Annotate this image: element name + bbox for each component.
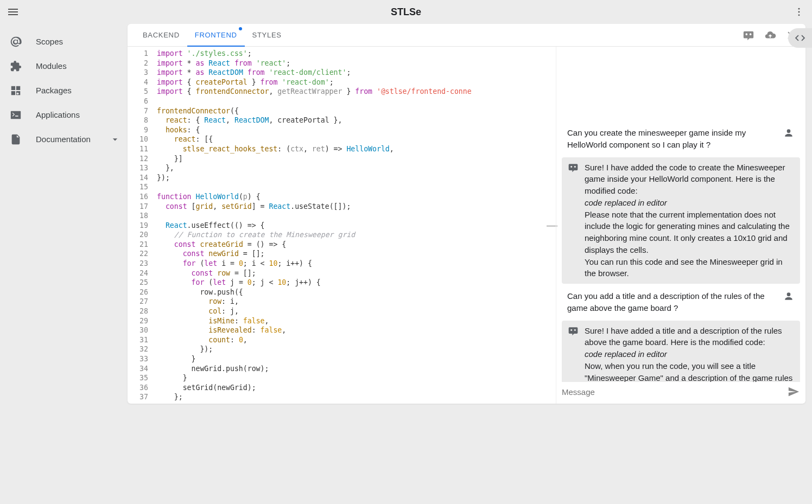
cloud-upload-icon[interactable] bbox=[764, 29, 776, 41]
split-handle[interactable]: — bbox=[548, 47, 556, 404]
sidebar-label: Documentation bbox=[36, 135, 91, 144]
widgets-icon bbox=[10, 85, 22, 97]
menu-icon[interactable] bbox=[7, 5, 20, 18]
chat-message: Can you create the minesweeper game insi… bbox=[562, 123, 800, 155]
unsaved-indicator bbox=[239, 27, 242, 30]
sidebar: Scopes Modules Packages Applications Doc… bbox=[0, 24, 128, 504]
user-icon bbox=[783, 290, 795, 302]
sidebar-item-scopes[interactable]: Scopes bbox=[0, 29, 128, 54]
tab-styles[interactable]: STYLES bbox=[245, 24, 289, 47]
terminal-icon bbox=[10, 109, 22, 121]
tabbar: BACKEND FRONTEND STYLES bbox=[128, 24, 805, 47]
line-gutter: 1234567891011121314151617181920212223242… bbox=[128, 47, 154, 404]
sidebar-item-modules[interactable]: Modules bbox=[0, 54, 128, 78]
send-icon[interactable] bbox=[787, 385, 800, 398]
topbar: STLSe bbox=[0, 0, 812, 24]
message-text: Can you create the minesweeper game insi… bbox=[567, 127, 777, 151]
sidebar-item-packages[interactable]: Packages bbox=[0, 78, 128, 103]
message-text: Sure! I have added a title and a descrip… bbox=[585, 325, 795, 382]
message-text: Sure! I have added the code to create th… bbox=[585, 162, 795, 280]
bot-icon bbox=[567, 325, 579, 337]
sidebar-item-documentation[interactable]: Documentation bbox=[0, 127, 128, 151]
message-text: Can you add a title and a description of… bbox=[567, 290, 777, 314]
chat-message: Can you add a title and a description of… bbox=[562, 286, 800, 318]
doc-icon bbox=[10, 133, 22, 145]
tab-backend[interactable]: BACKEND bbox=[135, 24, 187, 47]
chevron-down-icon bbox=[109, 133, 121, 145]
svg-point-0 bbox=[798, 8, 800, 10]
svg-point-1 bbox=[798, 11, 800, 13]
chat-input[interactable] bbox=[562, 387, 783, 397]
sidebar-label: Modules bbox=[36, 61, 67, 71]
code-toggle-button[interactable] bbox=[788, 28, 812, 48]
sidebar-label: Applications bbox=[36, 110, 80, 119]
code-editor[interactable]: 1234567891011121314151617181920212223242… bbox=[128, 47, 548, 404]
sidebar-item-applications[interactable]: Applications bbox=[0, 103, 128, 127]
chat-thread: Can you create the minesweeper game insi… bbox=[556, 47, 805, 382]
chat-input-row bbox=[556, 382, 805, 404]
at-icon bbox=[10, 36, 22, 48]
sidebar-label: Scopes bbox=[36, 37, 63, 46]
svg-point-2 bbox=[798, 14, 800, 16]
code-content[interactable]: import './styles.css';import * as React … bbox=[154, 47, 548, 404]
app-title: STLSe bbox=[391, 7, 421, 18]
bot-icon bbox=[567, 162, 579, 174]
user-icon bbox=[783, 127, 795, 139]
chat-message: Sure! I have added a title and a descrip… bbox=[562, 321, 800, 382]
assistant-icon[interactable] bbox=[743, 29, 754, 41]
puzzle-icon bbox=[10, 60, 22, 72]
sidebar-label: Packages bbox=[36, 86, 72, 95]
chat-message: Sure! I have added the code to create th… bbox=[562, 157, 800, 284]
chat-panel: Can you create the minesweeper game insi… bbox=[556, 47, 805, 404]
editor-panel: BACKEND FRONTEND STYLES 1234567891011121… bbox=[128, 24, 805, 404]
more-icon[interactable] bbox=[792, 5, 805, 18]
tab-frontend[interactable]: FRONTEND bbox=[187, 24, 245, 47]
